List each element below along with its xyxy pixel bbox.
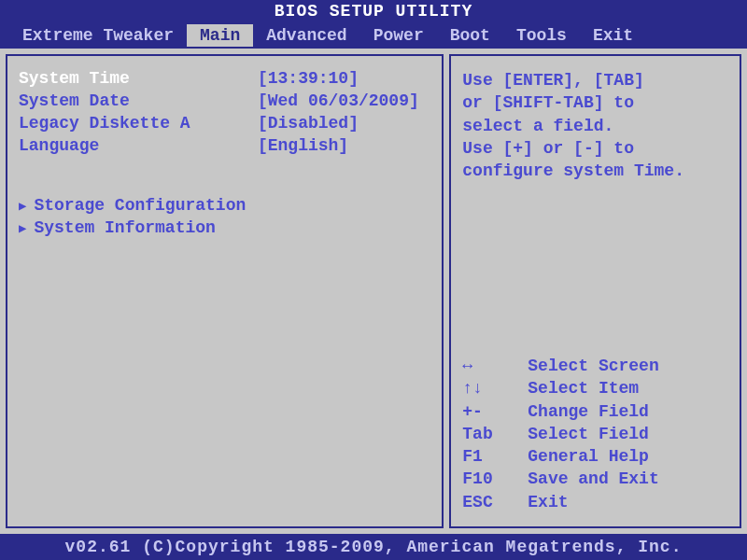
key-select-screen: ↔ Select Screen [462, 355, 728, 377]
key-desc: Save and Exit [528, 468, 658, 490]
field-legacy-diskette[interactable]: Legacy Diskette A [Disabled] [19, 114, 430, 133]
submenu-label: Storage Configuration [34, 196, 246, 215]
submenu-storage-configuration[interactable]: ▶ Storage Configuration [19, 196, 430, 215]
field-label: Language [19, 136, 258, 155]
help-line: configure system Time. [462, 160, 728, 182]
field-value: [13:39:10] [258, 69, 430, 88]
menu-boot[interactable]: Boot [437, 24, 503, 47]
key-change-field: +- Change Field [462, 400, 728, 423]
key-symbol: F10 [462, 468, 528, 490]
title-bar: BIOS SETUP UTILITY [0, 0, 747, 22]
field-label: System Time [19, 69, 258, 88]
field-value: [English] [258, 136, 430, 155]
key-exit: ESC Exit [462, 491, 728, 513]
key-symbol: +- [462, 400, 528, 423]
key-general-help: F1 General Help [462, 445, 728, 468]
help-line: select a field. [462, 115, 728, 137]
key-select-item: ↑↓ Select Item [462, 377, 728, 399]
field-value: [Wed 06/03/2009] [258, 91, 430, 110]
help-line: Use [ENTER], [TAB] [462, 69, 728, 91]
menu-power[interactable]: Power [360, 24, 437, 47]
key-desc: Select Field [528, 423, 649, 445]
key-select-field: Tab Select Field [462, 423, 728, 445]
key-symbol: F1 [462, 445, 528, 468]
menu-tools[interactable]: Tools [503, 24, 580, 47]
key-symbol: Tab [462, 423, 528, 445]
key-save-exit: F10 Save and Exit [462, 468, 728, 490]
help-line: Use [+] or [-] to [462, 137, 728, 160]
menu-exit[interactable]: Exit [580, 24, 646, 47]
field-language[interactable]: Language [English] [19, 136, 430, 155]
key-symbol: ↑↓ [462, 377, 528, 399]
field-system-time[interactable]: System Time [13:39:10] [19, 69, 430, 88]
key-desc: General Help [528, 445, 649, 468]
field-value: [Disabled] [258, 114, 430, 133]
main-panel: System Time [13:39:10] System Date [Wed … [6, 54, 444, 528]
title-text: BIOS SETUP UTILITY [275, 2, 472, 21]
help-text: Use [ENTER], [TAB] or [SHIFT-TAB] to sel… [462, 69, 728, 182]
key-desc: Exit [528, 491, 568, 513]
key-desc: Select Item [528, 377, 639, 399]
help-panel: Use [ENTER], [TAB] or [SHIFT-TAB] to sel… [449, 54, 741, 528]
menu-bar: Extreme Tweaker Main Advanced Power Boot… [0, 22, 747, 49]
field-label: Legacy Diskette A [19, 114, 258, 133]
help-key-legend: ↔ Select Screen ↑↓ Select Item +- Change… [462, 355, 728, 513]
field-system-date[interactable]: System Date [Wed 06/03/2009] [19, 91, 430, 110]
menu-advanced[interactable]: Advanced [253, 24, 359, 47]
key-symbol: ESC [462, 491, 528, 513]
body-area: System Time [13:39:10] System Date [Wed … [0, 49, 747, 534]
submenu-system-information[interactable]: ▶ System Information [19, 218, 430, 237]
menu-extreme-tweaker[interactable]: Extreme Tweaker [9, 24, 187, 47]
menu-main[interactable]: Main [187, 24, 253, 47]
field-label: System Date [19, 91, 258, 110]
footer-bar: v02.61 (C)Copyright 1985-2009, American … [0, 534, 747, 560]
help-line: or [SHIFT-TAB] to [462, 91, 728, 114]
triangle-right-icon: ▶ [19, 198, 26, 214]
key-symbol: ↔ [462, 355, 528, 377]
triangle-right-icon: ▶ [19, 220, 26, 236]
key-desc: Select Screen [528, 355, 658, 377]
key-desc: Change Field [528, 400, 649, 423]
footer-text: v02.61 (C)Copyright 1985-2009, American … [65, 538, 683, 556]
submenu-label: System Information [34, 218, 215, 237]
